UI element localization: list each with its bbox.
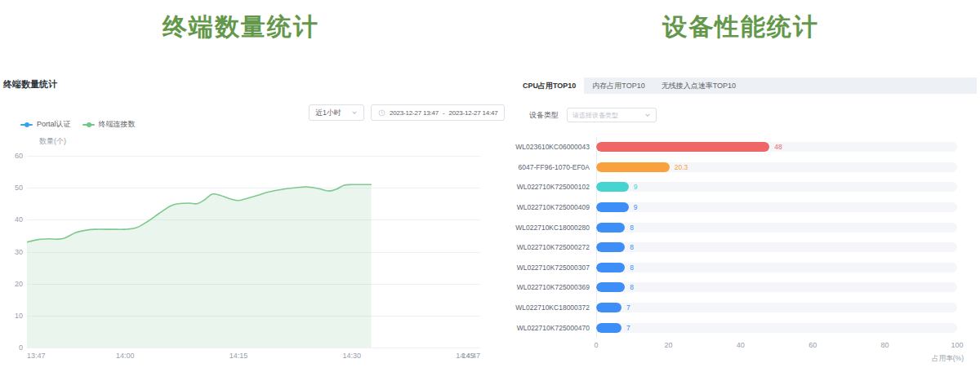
bar-track [596,303,957,312]
bar [596,242,625,252]
date-range-end: 2023-12-27 14:47 [448,109,497,117]
tab-wireless-rate-top10[interactable]: 无线接入点速率TOP10 [653,78,744,94]
legend-label-portal: Portal认证 [37,119,71,130]
bar [596,303,621,312]
bar-row: WL022710KC180003727 [513,298,977,318]
gridline [27,348,480,348]
bar-value-label: 7 [626,324,630,332]
bar-row: WL022710K7250004707 [513,317,977,338]
line-chart-y-axis: 0102030405060 [2,156,23,348]
terminal-section-title: 终端数量统计 [0,11,482,44]
bar-track [596,263,957,272]
line-chart-legend: Portal认证 终端连接数 [20,119,136,130]
device-type-label: 设备类型 [529,110,559,121]
bar [596,223,625,232]
time-range-value: 近1小时 [315,108,341,118]
legend-label-terminal-connections: 终端连接数 [99,119,136,130]
y-tick-label: 0 [19,343,23,352]
bar [596,202,629,212]
device-type-select[interactable]: 请选择设备类型 [567,108,657,122]
x-tick-label: 13:47 [27,352,46,360]
bar-value-label: 8 [630,283,634,291]
bar-category-label: 6047-FF96-1070-EF0A [513,163,590,171]
bar-category-label: WL022710K725000409 [513,203,590,211]
y-tick-label: 60 [15,152,23,160]
bar-row: 6047-FF96-1070-EF0A20.3 [513,157,977,178]
bar-x-tick-label: 20 [664,341,672,349]
bar-category-label: WL022710K725000307 [513,264,590,272]
terminal-connections-series [27,156,480,348]
clock-icon [378,109,385,117]
bar-row: WL023610KC0600004348 [513,137,977,157]
device-type-row: 设备类型 请选择设备类型 [529,108,657,122]
tab-memory-top10[interactable]: 内存占用TOP10 [584,78,653,94]
y-tick-label: 10 [15,312,23,320]
bar-row: WL022710KC180002808 [513,217,977,237]
time-range-select[interactable]: 近1小时 [309,104,364,121]
bar-value-label: 8 [630,243,634,251]
bar-row: WL022710K7250002728 [513,237,977,258]
legend-marker-portal [20,124,33,126]
legend-item-portal[interactable]: Portal认证 [20,119,71,130]
bar-track [596,182,957,192]
bar [596,282,625,292]
bar-value-label: 48 [774,143,782,151]
bar-x-tick-label: 40 [737,341,745,349]
bar-x-axis-label: 占用率(%) [932,354,964,364]
x-tick-label: 14:30 [342,352,361,360]
bar [596,142,769,152]
bar-row: WL022710K7250003698 [513,277,977,298]
terminal-card-title: 终端数量统计 [3,78,57,91]
time-controls: 近1小时 2023-12-27 13:47 - 2023-12-27 14:47 [309,104,505,121]
date-range-separator: - [443,109,444,117]
cpu-top10-bar-chart: 占用率(%) WL023610KC06000043486047-FF96-107… [513,137,977,372]
performance-tabbar: CPU占用TOP10内存占用TOP10无线接入点速率TOP10 [514,78,977,94]
bar-row: WL022710K7250003078 [513,258,977,278]
bar-category-label: WL022710KC18000372 [513,303,590,312]
bar-track [596,162,957,172]
bar-category-label: WL022710K725000272 [513,243,590,251]
dashboard-page: 终端数量统计 设备性能统计 终端数量统计 近1小时 2023-12-27 13:… [0,0,980,372]
bar-x-tick-label: 80 [881,341,889,349]
bar-value-label: 20.3 [675,163,688,171]
line-chart-x-axis: 13:4714:0014:1514:3014:4514:47 [27,352,480,361]
bar-track [596,242,957,252]
date-range-picker[interactable]: 2023-12-27 13:47 - 2023-12-27 14:47 [371,104,505,121]
bar-x-tick-label: 60 [808,341,817,349]
bar-value-label: 7 [626,303,630,312]
bar-category-label: WL022710K725000369 [513,283,590,291]
legend-item-terminal-connections[interactable]: 终端连接数 [82,119,136,130]
bar-value-label: 8 [630,224,634,232]
bar-track [596,223,957,232]
x-tick-label: 14:00 [116,352,135,360]
device-section-title: 设备性能统计 [505,11,977,44]
chevron-down-icon [351,109,358,116]
bar [596,263,625,272]
bar-category-label: WL022710KC18000280 [513,224,590,232]
y-tick-label: 20 [15,280,23,288]
date-range-start: 2023-12-27 13:47 [390,109,439,117]
y-axis-name: 数量(个) [39,136,66,147]
bar [596,323,621,333]
bar [596,162,670,172]
y-tick-label: 50 [15,184,23,192]
bar-category-label: WL022710K725000102 [513,183,590,191]
bar-x-tick-label: 0 [594,341,598,349]
tab-cpu-top10[interactable]: CPU占用TOP10 [514,78,584,94]
bar-track [596,202,957,212]
bar-track [596,282,957,292]
bar-row: WL022710K7250004099 [513,197,977,218]
x-tick-label: 14:47 [461,352,480,360]
device-type-placeholder: 请选择设备类型 [572,111,618,120]
bar-x-tick-label: 100 [951,341,963,349]
bar-category-label: WL023610KC06000043 [513,143,590,151]
bar-category-label: WL022710K725000470 [513,324,590,332]
legend-marker-terminal-connections [82,124,95,126]
y-tick-label: 40 [15,215,23,224]
terminal-trend-chart-plot [27,156,480,348]
bar-row: WL022710K7250001029 [513,177,977,197]
y-tick-label: 30 [15,248,23,256]
bar-value-label: 9 [634,183,638,191]
chevron-down-icon [644,112,651,118]
bar [596,182,629,192]
